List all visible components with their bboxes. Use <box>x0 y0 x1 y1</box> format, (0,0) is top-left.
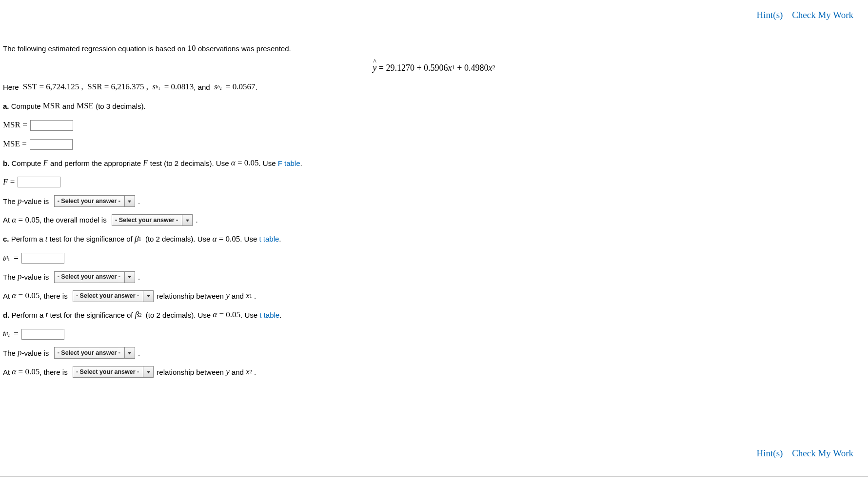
svg-marker-1 <box>186 219 189 222</box>
f-table-link[interactable]: F table <box>278 157 300 170</box>
svg-marker-0 <box>128 200 131 203</box>
tbeta1-input[interactable] <box>21 253 64 264</box>
question-body: The following estimated regression equat… <box>3 39 865 382</box>
chevron-down-icon <box>124 196 135 206</box>
check-my-work-link-bottom[interactable]: Check My Work <box>792 448 853 458</box>
chevron-down-icon <box>182 215 192 225</box>
hints-link-bottom[interactable]: Hint(s) <box>757 448 783 458</box>
c-conclusion-row: At α = 0.05 , there is - Select your ans… <box>3 286 865 306</box>
d-relationship-select[interactable]: - Select your answer - <box>73 366 154 378</box>
b-conclusion-row: At α = 0.05 , the overall model is - Sel… <box>3 211 865 230</box>
part-c-prompt: c. Perform a t test for the significance… <box>3 230 865 249</box>
d-conclusion-row: At α = 0.05 , there is - Select your ans… <box>3 363 865 382</box>
t-table-link-2[interactable]: t table <box>259 309 279 322</box>
f-input[interactable] <box>18 177 60 187</box>
tbeta2-row: t β2 = <box>3 325 865 344</box>
part-d-prompt: d. Perform a t test for the significance… <box>3 306 865 325</box>
bottom-nav: Hint(s) Check My Work <box>750 448 853 459</box>
b-pvalue-select[interactable]: - Select your answer - <box>54 195 135 207</box>
svg-marker-5 <box>147 371 150 373</box>
tbeta1-row: t β1 = <box>3 249 865 268</box>
given-values: Here SST = 6,724.125 , SSR = 6,216.375 ,… <box>3 78 865 97</box>
c-pvalue-select[interactable]: - Select your answer - <box>54 271 135 283</box>
c-relationship-select[interactable]: - Select your answer - <box>73 290 154 302</box>
d-pvalue-select[interactable]: - Select your answer - <box>54 347 135 359</box>
mse-input[interactable] <box>30 139 73 150</box>
t-table-link[interactable]: t table <box>259 233 279 245</box>
regression-equation: y = 29.1270 + 0.5906 x 1 + 0.4980 x 2 <box>3 58 865 78</box>
intro-text: The following estimated regression equat… <box>3 39 865 58</box>
tbeta2-input[interactable] <box>21 329 64 340</box>
c-pvalue-row: The p -value is - Select your answer - . <box>3 267 865 286</box>
b-pvalue-row: The p -value is - Select your answer - . <box>3 192 865 211</box>
msr-row: MSR = <box>3 116 865 135</box>
chevron-down-icon <box>124 272 135 283</box>
chevron-down-icon <box>143 367 153 377</box>
chevron-down-icon <box>124 347 135 358</box>
part-b-prompt: b. Compute F and perform the appropriate… <box>3 154 865 173</box>
d-pvalue-row: The p -value is - Select your answer - . <box>3 344 865 363</box>
part-a-prompt: a. Compute MSR and MSE (to 3 decimals). <box>3 97 865 116</box>
page-root: Hint(s) Check My Work The following esti… <box>0 0 868 489</box>
mse-row: MSE = <box>3 135 865 154</box>
svg-marker-2 <box>128 276 131 279</box>
msr-input[interactable] <box>30 120 73 131</box>
b-significance-select[interactable]: - Select your answer - <box>112 214 193 226</box>
top-nav: Hint(s) Check My Work <box>750 10 853 20</box>
footer-divider <box>0 476 868 477</box>
hints-link[interactable]: Hint(s) <box>757 10 783 20</box>
check-my-work-link[interactable]: Check My Work <box>792 10 853 20</box>
svg-marker-3 <box>147 295 150 298</box>
chevron-down-icon <box>143 291 153 302</box>
f-row: F = <box>3 173 865 192</box>
svg-marker-4 <box>128 352 131 355</box>
